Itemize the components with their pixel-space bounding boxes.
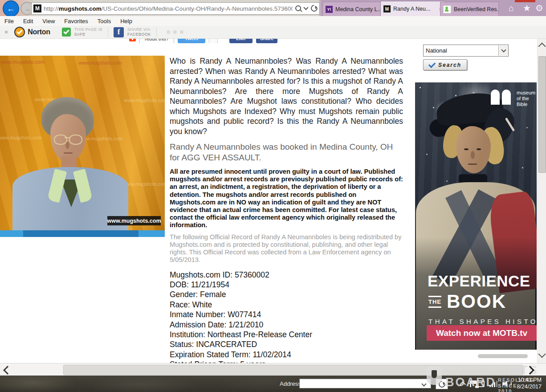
mugshot-photo: www.mugshots.com www.mugshots.com www.mu…	[0, 56, 165, 230]
menu-file[interactable]: File	[4, 18, 14, 24]
toolbar-close-icon[interactable]: ×	[4, 29, 8, 36]
back-button[interactable]: ←	[3, 0, 19, 17]
region-select-value: National	[424, 47, 498, 54]
taskbar-address-input[interactable]	[299, 379, 431, 388]
ad-the: THE	[428, 296, 441, 308]
check-icon	[63, 29, 69, 34]
vertical-scroll-thumb[interactable]	[538, 56, 546, 173]
tray-expand-icon[interactable]	[460, 381, 466, 388]
network-icon[interactable]	[476, 380, 485, 387]
scroll-right-icon[interactable]	[526, 366, 534, 375]
tweet-button[interactable]: Tweet	[178, 38, 205, 43]
detail-inmate-number: Inmate Number: W077414	[170, 310, 403, 319]
menu-tools[interactable]: Tools	[98, 18, 111, 24]
facebook-icon[interactable]: f	[114, 27, 124, 37]
vertical-scrollbar[interactable]	[537, 38, 546, 363]
menu-view[interactable]: View	[42, 18, 55, 24]
menu-edit[interactable]: Edit	[23, 18, 33, 24]
mugshots-icon: M	[383, 5, 391, 12]
check-icon	[428, 61, 436, 68]
clock-date: 8/24/2017	[517, 384, 542, 390]
site-favicon: M	[33, 4, 41, 12]
go-refresh-button[interactable]	[436, 379, 448, 389]
search-icon[interactable]	[295, 5, 301, 11]
facebook-share-button[interactable]: Share	[256, 38, 277, 43]
norton-brand: Norton	[28, 28, 50, 36]
back-arrow-icon: ←	[7, 4, 15, 14]
questions-paragraph: Who is Randy A Neumannboles? Was Randy A…	[170, 56, 403, 136]
tab-randy-neumannboles[interactable]: M Randy A Neu... ×	[380, 1, 445, 16]
select-arrow-box[interactable]	[498, 45, 508, 56]
tab-beenverified[interactable]: BeenVerified Res...	[440, 2, 499, 16]
record-details: Mugshots.com ID: 57360002 DOB: 11/21/195…	[170, 270, 403, 363]
refresh-icon[interactable]	[310, 3, 319, 12]
search-button[interactable]: Search	[423, 59, 467, 70]
detail-prison-term: Stated Prison Term: 5 years	[170, 359, 403, 363]
menu-bar: File Edit View Favorites Tools Help	[0, 16, 546, 26]
horizontal-scrollbar[interactable]	[0, 363, 546, 376]
forward-arrow-icon: →	[24, 5, 31, 12]
url-text: http://mugshots.com/US-Counties/Ohio/Med…	[44, 5, 314, 12]
chevron-down-icon	[501, 47, 506, 52]
tab-medina-county[interactable]: Y! Medina County L...	[322, 2, 386, 16]
booking-summary: Randy A Neumannboles was booked in Medin…	[170, 142, 403, 163]
social-buttons-row: reddit this? Tweet Like Share	[129, 38, 343, 43]
scroll-up-icon[interactable]	[538, 43, 546, 50]
norton-toolbar: × Norton THIS PAGE ISSAFE f SHARE VIAFAC…	[0, 26, 546, 39]
home-icon[interactable]: ⌂	[509, 3, 514, 13]
ad-title-row: THE BOOK	[428, 293, 506, 310]
photo-watermark: www.mugshots.com	[124, 98, 165, 103]
safe-check-icon[interactable]	[62, 28, 71, 37]
menu-favorites[interactable]: Favorites	[64, 18, 88, 24]
refresh-icon	[437, 379, 446, 388]
divider	[108, 27, 108, 37]
url-domain: mugshots.com	[59, 5, 102, 12]
taskbar: Address 10:43 PM 8/24/2017	[0, 376, 546, 392]
browser-chrome: ← → M http://mugshots.com/US-Counties/Oh…	[0, 0, 546, 16]
detail-admission-date: Admission Date: 1/21/2010	[170, 320, 403, 330]
photo-source-label: www.mugshots.com	[107, 216, 161, 225]
chevron-down-icon[interactable]	[303, 5, 308, 10]
detail-dob: DOB: 11/21/1954	[170, 280, 403, 290]
photo-watermark: www.mugshots.com	[78, 60, 122, 65]
norton-logo-icon[interactable]	[14, 27, 25, 37]
scroll-left-icon[interactable]	[3, 366, 12, 375]
browser-window: ← → M http://mugshots.com/US-Counties/Oh…	[0, 0, 546, 392]
region-select[interactable]: National	[423, 45, 509, 57]
favorites-star-icon[interactable]: ★	[523, 3, 531, 13]
search-button-label: Search	[438, 62, 461, 68]
scroll-down-icon[interactable]	[538, 351, 546, 358]
detail-expiration-term: Expiration Stated Term: 11/02/2014	[170, 350, 403, 359]
speaker-icon[interactable]	[502, 380, 511, 387]
action-center-flag-icon[interactable]	[470, 380, 471, 387]
facebook-like-button[interactable]: Like	[229, 38, 253, 43]
motb-advertisement[interactable]: museumof theBible EXPERIENCE THE BOOK TH…	[415, 82, 537, 350]
glasses-icon	[69, 135, 82, 145]
sidebar-mini-scrollbar[interactable]	[474, 350, 537, 362]
safe-label: THIS PAGE ISSAFE	[74, 27, 102, 37]
address-bar[interactable]: M http://mugshots.com/US-Counties/Ohio/M…	[31, 2, 320, 15]
share-facebook-label: SHARE VIAFACEBOOK	[127, 27, 151, 37]
tab-title: Randy A Neu...	[393, 6, 430, 12]
address-label: Address	[280, 380, 301, 387]
ad-headline: EXPERIENCE	[428, 272, 530, 290]
window-close-sliver	[515, 0, 535, 2]
settings-gear-icon[interactable]: ⚙	[535, 3, 543, 13]
address-bar-controls	[293, 3, 318, 13]
horizontal-scroll-thumb[interactable]	[63, 365, 523, 375]
tab-title: BeenVerified Res...	[454, 6, 499, 12]
beenverified-icon	[443, 5, 451, 13]
tab-title: Medina County L...	[335, 6, 382, 12]
taskbar-clock[interactable]: 10:43 PM 8/24/2017	[517, 377, 542, 390]
article: Who is Randy A Neumannboles? Was Randy A…	[170, 54, 403, 363]
reddit-icon[interactable]	[129, 38, 136, 41]
ad-cta-banner[interactable]: Watch now at MOTB.tv	[427, 325, 537, 341]
system-tray	[460, 379, 511, 388]
signal-bars-icon[interactable]	[489, 380, 497, 387]
photo-watermark: www.mugshots.com	[0, 135, 42, 140]
reddit-button[interactable]: reddit this?	[139, 38, 174, 43]
menu-help[interactable]: Help	[120, 18, 132, 24]
detail-institution: Institution: Northeast Pre-Release Cente…	[170, 330, 403, 339]
detail-gender: Gender: Female	[170, 290, 403, 299]
divider	[156, 27, 157, 37]
